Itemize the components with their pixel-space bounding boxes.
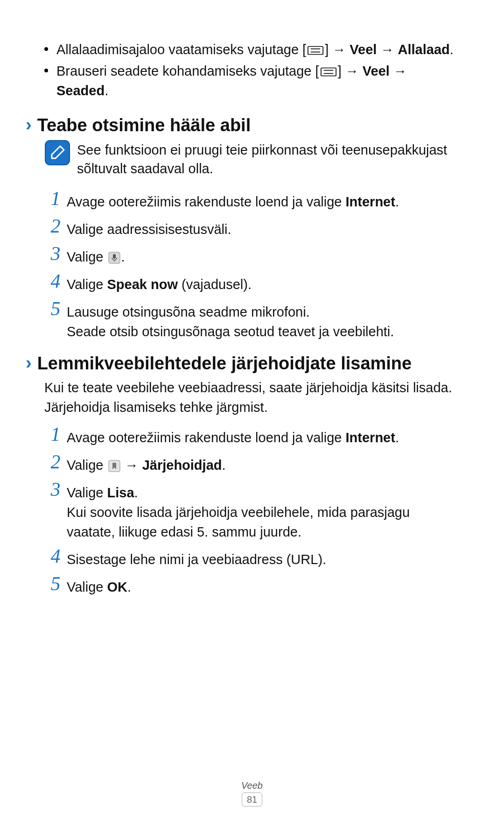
intro-paragraph: Kui te teate veebilehe veebiaadressi, sa… [44, 378, 460, 417]
bullet-item: Brauseri seadete kohandamiseks vajutage … [44, 61, 460, 100]
bullet-list: Allalaadimisajaloo vaatamiseks vajutage … [44, 40, 460, 100]
bold-text: Veel [350, 42, 377, 57]
text: (vajadusel). [178, 277, 252, 292]
menu-icon [321, 67, 336, 77]
page: Allalaadimisajaloo vaatamiseks vajutage … [0, 0, 504, 827]
text: Kui soovite lisada järjehoidja veebilehe… [67, 502, 460, 542]
bold-text: Internet [346, 194, 395, 209]
list-item: 1 Avage ooterežiimis rakenduste loend ja… [44, 189, 460, 212]
heading-text: Teabe otsimine hääle abil [37, 115, 251, 136]
list-item: 4 Sisestage lehe nimi ja veebiaadress (U… [44, 546, 460, 569]
numbered-list: 1 Avage ooterežiimis rakenduste loend ja… [44, 424, 460, 597]
step-number: 5 [44, 299, 67, 318]
text: Avage ooterežiimis rakenduste loend ja v… [67, 430, 346, 445]
bullet-dot [44, 69, 48, 72]
numbered-list: 1 Avage ooterežiimis rakenduste loend ja… [44, 189, 460, 341]
text: Valige [67, 580, 107, 594]
list-item: 2 Valige aadressisisestusväli. [44, 216, 460, 239]
section-heading: › Teabe otsimine hääle abil [26, 115, 441, 136]
bold-text: Allalaad [398, 42, 450, 57]
list-item: 4 Valige Speak now (vajadusel). [44, 271, 460, 294]
chevron-icon: › [26, 353, 32, 373]
bold-text: Seaded [56, 83, 105, 98]
footer-label: Veeb [0, 780, 504, 791]
page-number: 81 [242, 792, 262, 806]
text: ] → [338, 64, 363, 78]
text: . [134, 485, 138, 500]
list-item: 1 Avage ooterežiimis rakenduste loend ja… [44, 424, 460, 447]
text: . [222, 458, 225, 473]
heading-text: Lemmikveebilehtedele järjehoidjate lisam… [37, 353, 412, 374]
step-number: 2 [44, 452, 67, 472]
step-number: 1 [44, 189, 67, 208]
text: → [377, 42, 398, 57]
bullet-dot [44, 47, 48, 51]
text: . [450, 42, 454, 57]
bold-text: Järjehoidjad [142, 458, 222, 473]
bold-text: Veel [363, 64, 390, 78]
step-number: 5 [44, 574, 67, 594]
text: . [105, 83, 108, 98]
step-number: 3 [44, 244, 67, 263]
list-item: 3 Valige Lisa. Kui soovite lisada järjeh… [44, 480, 460, 542]
step-number: 2 [44, 216, 67, 236]
bold-text: OK [107, 580, 128, 594]
step-number: 4 [44, 546, 67, 566]
menu-icon [308, 46, 323, 55]
note-text: See funktsioon ei pruugi teie piirkonnas… [77, 140, 460, 178]
text: ] → [325, 42, 350, 57]
section-heading: › Lemmikveebilehtedele järjehoidjate lis… [26, 353, 441, 374]
svg-rect-3 [321, 68, 336, 76]
bullet-item: Allalaadimisajaloo vaatamiseks vajutage … [44, 40, 460, 59]
text: Valige [67, 277, 107, 292]
step-number: 3 [44, 480, 67, 499]
text: . [395, 430, 399, 445]
text: Seade otsib otsingusõnaga seotud teavet … [67, 322, 394, 341]
svg-rect-0 [308, 47, 323, 55]
list-item: 5 Valige OK. [44, 574, 460, 597]
text: → [390, 64, 407, 78]
bookmark-icon [108, 460, 120, 472]
text: Lausuge otsingusõna seadme mikrofoni. [67, 302, 394, 322]
svg-rect-8 [113, 254, 116, 259]
text: Valige [67, 249, 107, 264]
text: Avage ooterežiimis rakenduste loend ja v… [67, 194, 346, 209]
text: Brauseri seadete kohandamiseks vajutage … [56, 64, 319, 78]
step-number: 1 [44, 424, 67, 444]
footer: Veeb 81 [0, 780, 504, 806]
note: See funktsioon ei pruugi teie piirkonnas… [44, 140, 460, 178]
text: Sisestage lehe nimi ja veebiaadress (URL… [67, 552, 326, 567]
text: . [127, 580, 131, 594]
note-icon [44, 140, 70, 166]
step-number: 4 [44, 271, 67, 291]
text: . [121, 249, 125, 264]
text: Valige [67, 485, 107, 500]
text: . [395, 194, 399, 209]
text: Valige [67, 458, 107, 473]
text: Allalaadimisajaloo vaatamiseks vajutage … [56, 42, 306, 57]
bold-text: Lisa [107, 485, 134, 500]
microphone-icon [108, 252, 120, 264]
svg-rect-6 [45, 141, 70, 165]
list-item: 3 Valige . [44, 244, 460, 267]
list-item: 2 Valige → Järjehoidjad. [44, 452, 460, 475]
text: → [121, 458, 142, 473]
bold-text: Internet [346, 430, 395, 445]
list-item: 5 Lausuge otsingusõna seadme mikrofoni. … [44, 299, 460, 341]
text: Valige aadressisisestusväli. [67, 222, 231, 237]
chevron-icon: › [26, 115, 32, 135]
bold-text: Speak now [107, 277, 178, 292]
